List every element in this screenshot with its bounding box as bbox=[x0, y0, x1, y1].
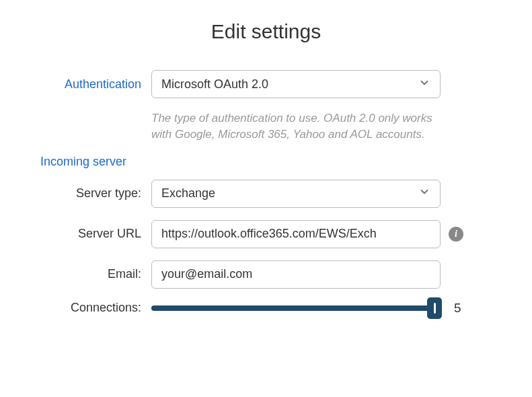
info-icon[interactable]: i bbox=[449, 227, 463, 242]
authentication-help-text: The type of authentication to use. OAuth… bbox=[151, 110, 441, 143]
email-label: Email: bbox=[40, 267, 151, 281]
connections-label: Connections: bbox=[40, 301, 151, 315]
server-url-label: Server URL bbox=[40, 227, 151, 241]
page-title: Edit settings bbox=[40, 20, 492, 43]
server-type-row: Server type: Exchange bbox=[40, 180, 492, 208]
email-input[interactable] bbox=[161, 267, 430, 281]
connections-slider[interactable] bbox=[151, 304, 441, 312]
server-url-row: Server URL i bbox=[40, 220, 492, 248]
authentication-select[interactable]: Microsoft OAuth 2.0 bbox=[151, 70, 441, 98]
slider-thumb[interactable] bbox=[427, 297, 442, 319]
chevron-down-icon bbox=[418, 186, 430, 201]
slider-track[interactable] bbox=[151, 304, 441, 312]
incoming-server-header: Incoming server bbox=[40, 155, 492, 169]
authentication-label: Authentication bbox=[40, 77, 151, 92]
server-url-input-wrap[interactable] bbox=[151, 220, 441, 248]
email-input-wrap[interactable] bbox=[151, 260, 441, 289]
server-url-input[interactable] bbox=[161, 227, 430, 241]
authentication-value: Microsoft OAuth 2.0 bbox=[161, 77, 268, 92]
slider-fill bbox=[151, 305, 441, 311]
authentication-help-row: The type of authentication to use. OAuth… bbox=[40, 110, 492, 143]
authentication-row: Authentication Microsoft OAuth 2.0 bbox=[40, 70, 492, 98]
server-type-value: Exchange bbox=[161, 186, 215, 201]
server-type-label: Server type: bbox=[40, 186, 151, 201]
chevron-down-icon bbox=[418, 77, 430, 92]
connections-row: Connections: 5 bbox=[40, 301, 492, 316]
email-row: Email: bbox=[40, 260, 492, 289]
server-type-select[interactable]: Exchange bbox=[151, 180, 441, 208]
connections-value: 5 bbox=[454, 301, 461, 316]
